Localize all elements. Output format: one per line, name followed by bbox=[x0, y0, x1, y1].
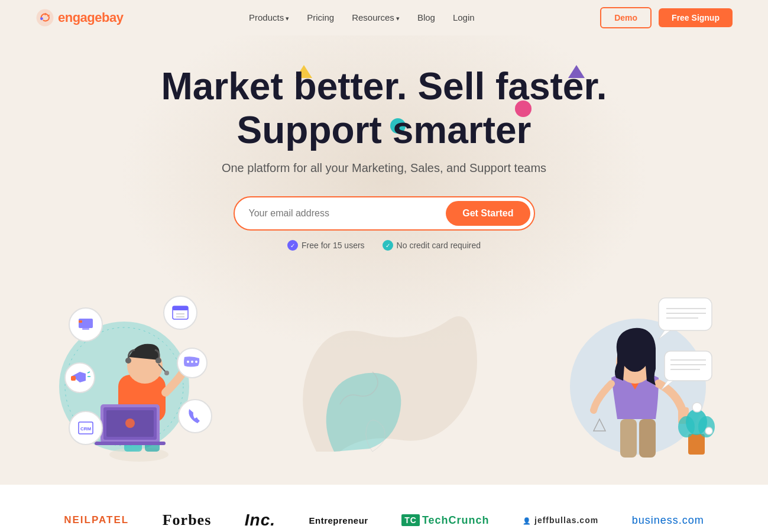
logo-icon bbox=[35, 8, 54, 27]
hero-badges: ✓ Free for 15 users ✓ No credit card req… bbox=[35, 240, 733, 251]
svg-rect-21 bbox=[79, 320, 82, 323]
nav-resources[interactable]: Resources bbox=[352, 12, 400, 22]
svg-point-0 bbox=[37, 9, 54, 27]
svg-point-33 bbox=[191, 361, 193, 363]
svg-point-32 bbox=[187, 361, 189, 363]
svg-point-9 bbox=[125, 358, 131, 364]
navbar: engagebay Products Pricing Resources Blo… bbox=[0, 0, 768, 35]
svg-point-38 bbox=[179, 400, 212, 433]
nav-actions: Demo Free Signup bbox=[600, 7, 733, 28]
svg-rect-24 bbox=[173, 306, 188, 310]
svg-point-56 bbox=[678, 416, 695, 437]
nav-products[interactable]: Products bbox=[249, 12, 289, 22]
logo-inc: Inc. bbox=[245, 511, 276, 530]
logo-jeffbullas: 👤 jeffbullas.com bbox=[523, 515, 598, 525]
svg-rect-40 bbox=[620, 419, 637, 458]
svg-rect-17 bbox=[95, 442, 166, 445]
nav-links: Products Pricing Resources Blog Login bbox=[249, 12, 475, 23]
logo[interactable]: engagebay bbox=[35, 8, 123, 27]
illustration-right-person bbox=[537, 280, 715, 463]
nav-blog[interactable]: Blog bbox=[417, 12, 435, 22]
logos-bar: NEILPATEL Forbes Inc. Entrepreneur TC Te… bbox=[0, 485, 768, 532]
hero-subtitle: One platform for all your Marketing, Sal… bbox=[35, 161, 733, 175]
svg-text:CRM: CRM bbox=[80, 426, 92, 432]
svg-rect-28 bbox=[71, 376, 76, 381]
illustration-left-person: CRM bbox=[53, 280, 219, 463]
nav-login[interactable]: Login bbox=[453, 12, 475, 22]
hero-section: Market better. Sell faster. Support smar… bbox=[0, 35, 768, 485]
badge-free-users: ✓ Free for 15 users bbox=[287, 240, 365, 251]
free-signup-button[interactable]: Free Signup bbox=[659, 8, 733, 27]
email-input[interactable] bbox=[249, 208, 446, 219]
logo-text: engagebay bbox=[58, 10, 123, 25]
logo-forbes: Forbes bbox=[163, 511, 212, 529]
svg-rect-19 bbox=[79, 319, 93, 328]
checkmark-icon-purple: ✓ bbox=[287, 240, 298, 251]
svg-rect-41 bbox=[639, 419, 656, 458]
hero-headline: Market better. Sell faster. Support smar… bbox=[35, 65, 733, 152]
logo-entrepreneur: Entrepreneur bbox=[309, 515, 368, 525]
svg-rect-20 bbox=[82, 328, 89, 330]
svg-point-58 bbox=[692, 403, 702, 412]
get-started-button[interactable]: Get Started bbox=[446, 201, 530, 226]
svg-point-11 bbox=[164, 371, 169, 375]
logo-neilpatel: NEILPATEL bbox=[64, 514, 129, 526]
illustration-center bbox=[281, 286, 488, 463]
svg-point-57 bbox=[698, 416, 715, 437]
svg-rect-49 bbox=[665, 351, 712, 381]
svg-point-1 bbox=[40, 17, 43, 20]
svg-rect-44 bbox=[659, 298, 712, 330]
svg-point-59 bbox=[705, 427, 712, 434]
techcrunch-tc-badge: TC bbox=[401, 514, 420, 526]
hero-illustrations: CRM bbox=[35, 274, 733, 463]
email-form: Get Started bbox=[234, 196, 535, 231]
demo-button[interactable]: Demo bbox=[600, 7, 652, 28]
svg-point-10 bbox=[155, 358, 161, 364]
logo-techcrunch: TC TechCrunch bbox=[401, 514, 489, 527]
svg-rect-54 bbox=[688, 434, 705, 455]
svg-point-16 bbox=[125, 419, 135, 428]
svg-point-34 bbox=[195, 361, 197, 363]
nav-pricing[interactable]: Pricing bbox=[307, 12, 334, 22]
checkmark-icon-teal: ✓ bbox=[383, 240, 393, 251]
logo-business: business.com bbox=[632, 514, 704, 527]
badge-no-credit: ✓ No credit card required bbox=[383, 240, 481, 251]
